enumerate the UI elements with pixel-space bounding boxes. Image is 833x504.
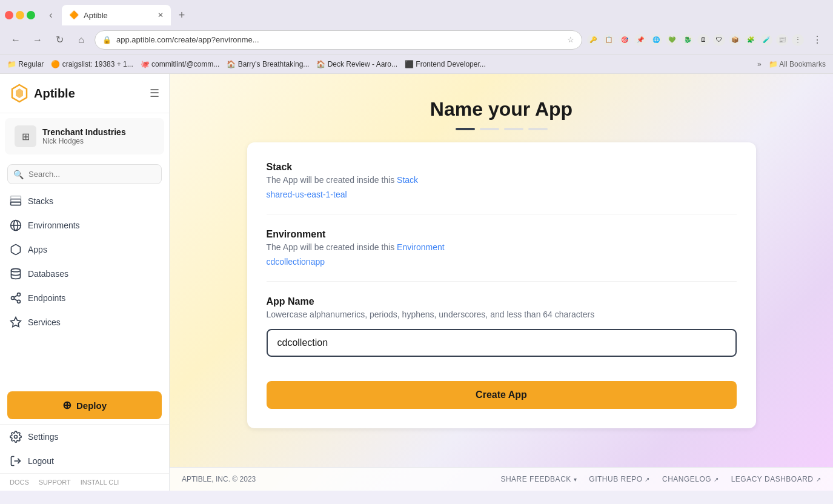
sidebar-item-databases[interactable]: Databases — [0, 262, 169, 286]
deploy-label: Deploy — [76, 400, 107, 411]
window-maximize-btn[interactable] — [27, 11, 35, 19]
svg-rect-4 — [11, 196, 21, 199]
back-btn[interactable]: ← — [7, 31, 24, 48]
ext-icon-10[interactable]: 📦 — [729, 34, 741, 46]
environments-icon — [10, 219, 22, 231]
footer-links: SHARE FEEDBACK ▾ GITHUB REPO ↗ CHANGELOG… — [500, 475, 821, 483]
home-btn[interactable]: ⌂ — [73, 31, 90, 48]
search-input[interactable] — [7, 164, 162, 184]
svg-line-13 — [14, 295, 18, 297]
address-bar[interactable]: 🔒 app.aptible.com/create/app?environme..… — [95, 30, 582, 50]
refresh-btn[interactable]: ↻ — [51, 31, 68, 48]
active-tab[interactable]: 🔶 Aptible ✕ — [62, 5, 171, 25]
form-card: Stack The App will be created inside thi… — [247, 142, 756, 428]
bookmark-3-label: 🐙 commitlint/@comm... — [141, 60, 220, 68]
svg-marker-14 — [11, 317, 21, 327]
sidebar-bottom: Settings Logout DOCS SUPPORT INSTALL CLI — [0, 424, 169, 491]
settings-label: Settings — [28, 432, 59, 442]
ext-icon-9[interactable]: 🛡 — [713, 34, 725, 46]
bookmark-1[interactable]: 📁 Regular — [7, 60, 44, 68]
ext-icon-7[interactable]: 🐉 — [682, 34, 694, 46]
window-close-btn[interactable] — [5, 11, 13, 19]
bookmark-2[interactable]: 🟠 craigslist: 19383 + 1... — [51, 60, 133, 68]
search-icon: 🔍 — [13, 170, 24, 179]
workspace-info: Trenchant Industries Nick Hodges — [42, 127, 154, 145]
install-cli-link[interactable]: INSTALL CLI — [81, 479, 119, 486]
svg-point-8 — [12, 269, 21, 272]
bookmark-star[interactable]: ☆ — [567, 35, 574, 44]
services-label: Services — [28, 317, 61, 327]
search-box: 🔍 — [7, 164, 162, 184]
stack-desc: The App will be created inside this Stac… — [267, 175, 737, 185]
sidebar-item-endpoints[interactable]: Endpoints — [0, 286, 169, 310]
window-minimize-btn[interactable] — [16, 11, 24, 19]
ext-icon-3[interactable]: 🎯 — [619, 34, 631, 46]
security-icon: 🔒 — [102, 36, 111, 44]
new-tab-btn[interactable]: + — [173, 7, 190, 24]
ext-icon-6[interactable]: 💚 — [666, 34, 678, 46]
environment-desc: The App will be created inside this Envi… — [267, 242, 737, 252]
browser-toolbar-icons: 🔑 📋 🎯 📌 🌐 💚 🐉 🗓 🛡 📦 🧩 🧪 📰 ⋮ — [587, 34, 804, 46]
bookmark-5[interactable]: 🏠 Deck Review - Aaro... — [316, 60, 397, 68]
ext-icon-8[interactable]: 🗓 — [697, 34, 709, 46]
bookmark-6[interactable]: ⬛ Frontend Developer... — [405, 60, 486, 68]
bookmark-3[interactable]: 🐙 commitlint/@comm... — [141, 60, 220, 68]
bookmarks-more-btn[interactable]: » — [757, 60, 762, 68]
workspace-name: Trenchant Industries — [42, 127, 154, 137]
ext-icon-12[interactable]: 🧪 — [760, 34, 772, 46]
step-2 — [480, 128, 499, 130]
sidebar-header: Aptible ☰ — [0, 74, 169, 113]
ext-icon-1[interactable]: 🔑 — [587, 34, 599, 46]
all-bookmarks-btn[interactable]: 📁 All Bookmarks — [769, 60, 826, 68]
ext-icon-11[interactable]: 🧩 — [745, 34, 757, 46]
sidebar-item-apps[interactable]: Apps — [0, 237, 169, 262]
share-feedback-link[interactable]: SHARE FEEDBACK ▾ — [500, 475, 577, 483]
logo: Aptible — [10, 84, 75, 103]
legacy-dashboard-link[interactable]: LEGACY DASHBOARD ↗ — [731, 475, 821, 483]
bookmark-6-label: ⬛ Frontend Developer... — [405, 60, 486, 68]
docs-link[interactable]: DOCS — [10, 479, 29, 486]
sidebar-item-services[interactable]: Services — [0, 310, 169, 334]
environment-link[interactable]: Environment — [397, 242, 445, 252]
ext-icon-4[interactable]: 📌 — [634, 34, 646, 46]
workspace-selector[interactable]: ⊞ Trenchant Industries Nick Hodges — [5, 118, 164, 154]
sidebar-item-settings[interactable]: Settings — [0, 425, 169, 449]
github-repo-link[interactable]: GITHUB REPO ↗ — [589, 475, 650, 483]
bookmark-1-label: 📁 Regular — [7, 60, 44, 68]
services-icon — [10, 316, 22, 328]
support-link[interactable]: SUPPORT — [39, 479, 71, 486]
sidebar-item-stacks[interactable]: Stacks — [0, 189, 169, 213]
main-inner: Name your App Stack The App will be crea… — [170, 74, 833, 467]
deploy-button[interactable]: ⊕ Deploy — [7, 391, 162, 419]
menu-btn[interactable]: ⋮ — [809, 31, 826, 48]
legacy-ext-icon: ↗ — [816, 476, 821, 483]
feedback-arrow-icon: ▾ — [574, 476, 577, 483]
svg-point-11 — [18, 300, 21, 303]
create-app-button[interactable]: Create App — [267, 381, 737, 409]
sidebar-menu-btn[interactable]: ☰ — [150, 87, 159, 100]
tab-title: Aptible — [84, 11, 153, 20]
ext-icon-13[interactable]: 📰 — [776, 34, 788, 46]
forward-btn[interactable]: → — [29, 31, 46, 48]
environment-title: Environment — [267, 229, 737, 240]
stacks-icon — [10, 195, 22, 207]
ext-icon-5[interactable]: 🌐 — [650, 34, 662, 46]
changelog-link[interactable]: CHANGELOG ↗ — [662, 475, 719, 483]
stack-link[interactable]: Stack — [397, 175, 418, 185]
page-title-area: Name your App — [170, 74, 833, 142]
ext-icon-2[interactable]: 📋 — [603, 34, 615, 46]
app-name-input[interactable] — [267, 329, 737, 357]
stack-section: Stack The App will be created inside thi… — [267, 162, 737, 199]
tab-back-btn[interactable]: ‹ — [42, 7, 59, 24]
stack-value[interactable]: shared-us-east-1-teal — [267, 190, 737, 199]
nav-bar: ← → ↻ ⌂ 🔒 app.aptible.com/create/app?env… — [0, 25, 833, 55]
sidebar-item-environments[interactable]: Environments — [0, 213, 169, 237]
changelog-ext-icon: ↗ — [714, 476, 719, 483]
app-name-section: App Name Lowercase alphanumerics, period… — [267, 296, 737, 357]
bookmark-2-label: 🟠 craigslist: 19383 + 1... — [51, 60, 133, 68]
environment-value[interactable]: cdcollectionapp — [267, 257, 737, 267]
sidebar-item-logout[interactable]: Logout — [0, 449, 169, 473]
tab-close-btn[interactable]: ✕ — [158, 11, 164, 19]
bookmark-4[interactable]: 🏠 Barry's Breathtaking... — [227, 60, 309, 68]
ext-icon-14[interactable]: ⋮ — [792, 34, 804, 46]
